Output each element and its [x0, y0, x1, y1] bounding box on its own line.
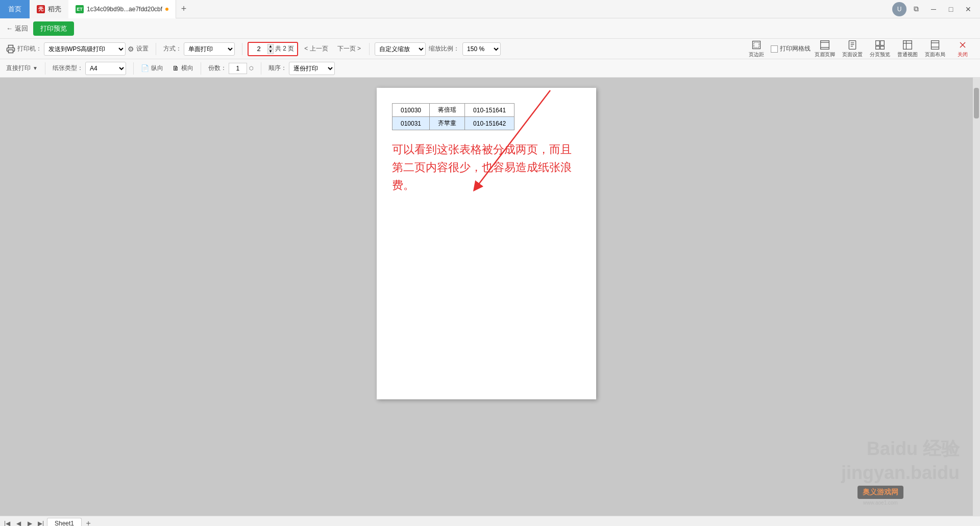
arrow-overlay [377, 88, 596, 399]
portrait-label: 纵向 [151, 64, 163, 73]
window-layout-button[interactable]: ⧉ [909, 2, 924, 17]
margin-label: 页边距 [749, 51, 764, 58]
orientation-group: 📄 纵向 🗎 横向 [139, 64, 195, 73]
printer-icon [6, 44, 15, 54]
cell-id1: 010030 [393, 104, 430, 117]
print-grid-label[interactable]: 打印网格线 [771, 44, 811, 53]
margin-button[interactable]: 页边距 [743, 39, 770, 59]
annotation-text: 可以看到这张表格被分成两页，而且第二页内容很少，也容易造成纸张浪费。 [392, 140, 581, 195]
data-table: 010030 蒋倍瑶 010-151641 010031 齐苹童 010-151… [392, 103, 514, 130]
zoom-ratio-select[interactable]: 150 % [462, 42, 501, 56]
scrollbar-thumb[interactable] [974, 88, 979, 118]
main-area: 010030 蒋倍瑶 010-151641 010031 齐苹童 010-151… [0, 78, 980, 516]
svg-rect-11 [880, 40, 885, 45]
sheet-nav-last[interactable]: ▶| [36, 518, 46, 527]
print-preview-button[interactable]: 打印预览 [33, 21, 74, 36]
paper-type-select[interactable]: A4 [85, 62, 126, 75]
page-spin-up[interactable]: ▲ [267, 44, 274, 49]
divider2 [242, 43, 242, 55]
page-number-input[interactable] [252, 45, 266, 53]
zoom-select[interactable]: 自定义缩放 [375, 42, 426, 56]
direct-print-group: 直接打印 ▼ [4, 64, 40, 73]
table-row: 010030 蒋倍瑶 010-151641 [393, 104, 514, 117]
page-setup-icon [847, 40, 857, 50]
print-grid-checkbox[interactable] [771, 45, 778, 53]
title-bar: 首页 壳 稻壳 ET 1c34c09bd9b...ae7fdd20cbf + U… [0, 0, 980, 18]
page-setup-button[interactable]: 页面设置 [839, 39, 866, 59]
tab-wps[interactable]: 壳 稻壳 [30, 0, 68, 18]
header-footer-label: 页眉页脚 [815, 51, 835, 58]
order-select[interactable]: 逐份打印 [289, 62, 335, 75]
maximize-button[interactable]: □ [943, 2, 959, 17]
copies-label: 份数： [208, 64, 227, 73]
divider5 [133, 62, 134, 75]
sheet-nav-prev[interactable]: ◀ [13, 518, 23, 527]
normal-view-button[interactable]: 普通视图 [894, 39, 921, 59]
tab-home[interactable]: 首页 [0, 0, 30, 18]
settings-icon[interactable]: ⚙ [128, 45, 134, 53]
tab-wps-label: 稻壳 [48, 5, 61, 14]
tab-add-button[interactable]: + [176, 2, 191, 17]
right-scrollbar[interactable] [973, 78, 980, 516]
divider7 [261, 62, 261, 75]
mode-select[interactable]: 单面打印 [184, 42, 235, 56]
portrait-icon: 📄 [141, 64, 149, 72]
header-footer-button[interactable]: 页眉页脚 [812, 39, 838, 59]
page-setup-label: 页面设置 [842, 51, 863, 58]
close-preview-icon [958, 40, 968, 50]
divider3 [369, 43, 370, 55]
page-spin-down[interactable]: ▼ [267, 49, 274, 54]
next-page-label: 下一页 > [337, 44, 361, 53]
page-layout-button[interactable]: 页面布局 [922, 39, 948, 59]
sheet-tab-add-button[interactable]: + [83, 518, 94, 527]
divider4 [45, 62, 45, 75]
zoom-ratio-label: 缩放比例： [429, 44, 459, 53]
svg-rect-10 [876, 40, 880, 45]
page-break-icon [875, 40, 885, 50]
svg-rect-3 [821, 40, 829, 49]
cell-name1: 蒋倍瑶 [430, 104, 465, 117]
page-total: 共 2 页 [275, 44, 294, 53]
printer-select[interactable]: 发送到WPS高级打印 [44, 42, 126, 56]
cell-id2: 010031 [393, 117, 430, 130]
window-controls: U ⧉ ─ □ ✕ [892, 2, 980, 17]
svg-rect-14 [903, 40, 912, 49]
page-layout-label: 页面布局 [925, 51, 945, 58]
page-break-preview-button[interactable]: 分页预览 [867, 39, 893, 59]
back-button[interactable]: ← 返回 [6, 24, 28, 33]
wps-icon: 壳 [37, 5, 45, 13]
page-canvas-area[interactable]: 010030 蒋倍瑶 010-151641 010031 齐苹童 010-151… [0, 78, 973, 516]
modified-dot [165, 8, 168, 11]
divider1 [156, 43, 156, 55]
direct-print-label: 直接打印 [6, 64, 31, 73]
close-button[interactable]: ✕ [961, 2, 976, 17]
sheet-tabs: |◀ ◀ ▶ ▶| Sheet1 + [0, 516, 980, 526]
prev-page-button[interactable]: < 上一页 [301, 43, 331, 54]
tab-doc[interactable]: ET 1c34c09bd9b...ae7fdd20cbf [68, 0, 176, 18]
back-label: 返回 [15, 24, 28, 33]
back-arrow-icon: ← [6, 25, 13, 32]
copies-group: 份数： ⬡ [206, 63, 256, 74]
landscape-label: 横向 [181, 64, 193, 73]
copies-spinner[interactable]: ⬡ [249, 65, 254, 71]
next-page-button[interactable]: 下一页 > [334, 43, 364, 54]
margin-icon [751, 40, 762, 50]
avatar[interactable]: U [892, 2, 906, 16]
svg-rect-12 [876, 46, 880, 49]
copies-input[interactable] [229, 63, 247, 74]
sheet-tab-1[interactable]: Sheet1 [47, 518, 82, 527]
paper-type-group: 纸张类型： A4 [51, 62, 128, 75]
toolbar-row1: ← 返回 打印预览 [0, 18, 980, 39]
order-group: 顺序： 逐份打印 [266, 62, 337, 75]
sheet-nav-next[interactable]: ▶ [24, 518, 35, 527]
page-spinner: ▲ ▼ [267, 44, 274, 54]
sheet-nav-first[interactable]: |◀ [2, 518, 12, 527]
close-preview-button[interactable]: 关闭 [949, 39, 976, 59]
svg-rect-2 [754, 42, 759, 47]
landscape-icon: 🗎 [173, 64, 179, 72]
direct-print-arrow: ▼ [33, 65, 38, 71]
cell-phone1: 010-151641 [465, 104, 514, 117]
page-break-preview-label: 分页预览 [870, 51, 890, 58]
printer-label: 打印机： [17, 44, 42, 53]
minimize-button[interactable]: ─ [926, 2, 941, 17]
